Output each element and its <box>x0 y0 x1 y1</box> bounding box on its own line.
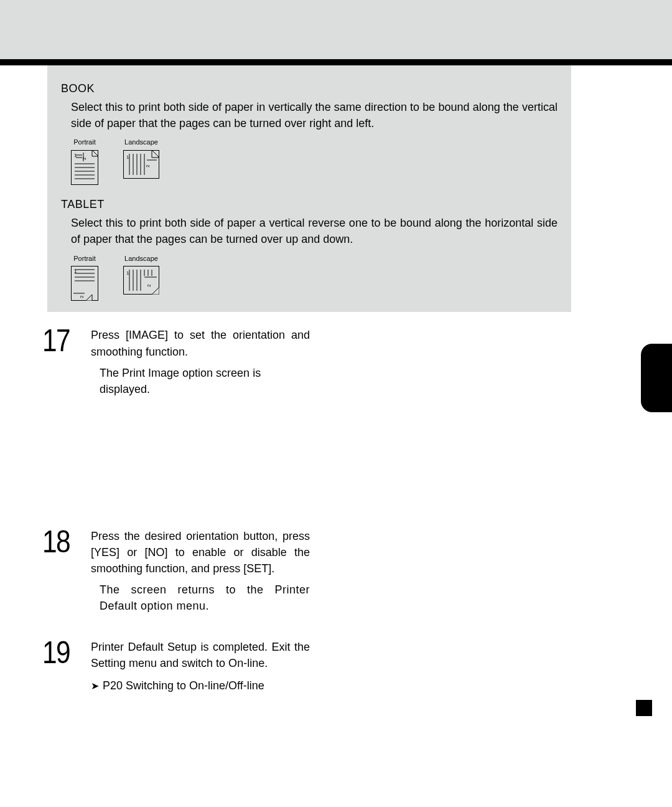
tablet-heading: TABLET <box>61 196 558 212</box>
step-18-title: Press the desired orientation button, pr… <box>91 528 310 577</box>
tablet-landscape-icon: 1 2 <box>123 266 159 295</box>
step-18-sub: The screen returns to the Printer Defaul… <box>100 582 310 614</box>
step-18-number: 18 <box>42 528 78 556</box>
book-portrait-icon: 1 2 <box>71 150 98 185</box>
svg-text:2: 2 <box>145 164 151 168</box>
book-heading: BOOK <box>61 80 558 97</box>
step-17-sub: The Print Image option screen is display… <box>100 365 310 397</box>
step-19-reference: P20 Switching to On-line/Off-line <box>103 677 264 694</box>
tablet-portrait-thumb: Portrait 1 2 <box>71 254 98 301</box>
step-18: 18 Press the desired orientation button,… <box>42 528 310 614</box>
book-portrait-label: Portrait <box>73 138 95 148</box>
tablet-portrait-label: Portrait <box>73 254 95 264</box>
step-19-number: 19 <box>42 639 78 667</box>
svg-text:1: 1 <box>126 270 129 276</box>
page-corner-block <box>636 700 652 716</box>
page-edge-tab <box>641 344 672 412</box>
step-19: 19 Printer Default Setup is completed. E… <box>42 639 310 694</box>
book-landscape-label: Landscape <box>124 138 158 148</box>
tablet-landscape-thumb: Landscape 1 2 <box>123 254 159 295</box>
tablet-description: Select this to print both side of paper … <box>71 215 558 247</box>
tablet-portrait-icon: 1 2 <box>71 266 98 301</box>
svg-text:2: 2 <box>146 284 152 287</box>
step-17-title: Press [IMAGE] to set the orientation and… <box>91 327 310 359</box>
step-17: 17 Press [IMAGE] to set the orientation … <box>42 327 310 397</box>
svg-text:2: 2 <box>82 157 87 160</box>
tablet-landscape-label: Landscape <box>124 254 158 264</box>
header-bar <box>0 59 672 65</box>
book-description: Select this to print both side of paper … <box>71 99 558 131</box>
book-landscape-thumb: Landscape 1 2 <box>123 138 159 179</box>
arrow-right-icon: ➤ <box>91 679 99 693</box>
svg-text:2: 2 <box>79 295 85 298</box>
book-landscape-icon: 1 2 <box>123 150 159 179</box>
book-portrait-thumb: Portrait 1 2 <box>71 138 98 185</box>
step-17-number: 17 <box>42 327 78 355</box>
svg-text:1: 1 <box>126 154 129 160</box>
book-thumbnails: Portrait 1 2 Landscape <box>71 138 558 185</box>
svg-text:1: 1 <box>74 268 77 274</box>
step-19-title: Printer Default Setup is completed. Exit… <box>91 639 310 671</box>
tablet-thumbnails: Portrait 1 2 Landscape <box>71 254 558 301</box>
svg-text:1: 1 <box>74 153 77 158</box>
header-background <box>0 0 672 59</box>
duplex-info-box: BOOK Select this to print both side of p… <box>47 65 571 312</box>
